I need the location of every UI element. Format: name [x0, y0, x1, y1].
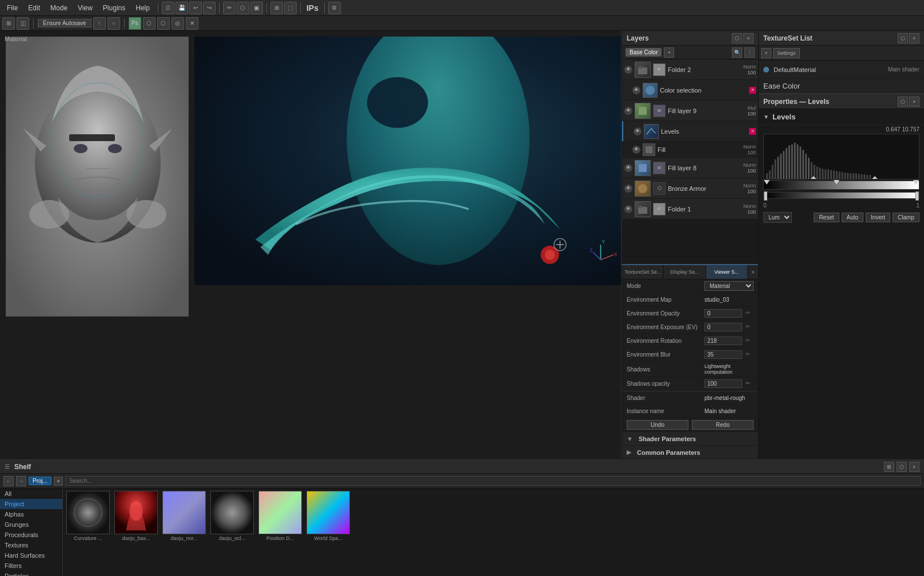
tab-textureset-settings[interactable]: TextureSet Se... [622, 265, 664, 279]
filter-base-color[interactable]: Base Color [626, 48, 662, 57]
shelf-item-worldspa[interactable]: World Spa... [305, 491, 351, 541]
shadows-opacity-edit-icon[interactable]: ✏ [746, 380, 754, 388]
close-proj-btn[interactable]: ✕ [186, 17, 198, 30]
layer-row-fill9[interactable]: 👁 M Fill layer 9 Mul 100 [622, 101, 758, 121]
levels-auto-btn[interactable]: Auto [842, 213, 864, 222]
snap-btn[interactable]: ◫ [17, 17, 29, 30]
viewer-env-rotation-input[interactable] [704, 337, 742, 345]
viewer-env-exposure-input[interactable] [704, 323, 742, 331]
settings-btn[interactable]: ⚙ [328, 2, 341, 14]
shelf-item-daoju-occ[interactable]: daoju_ocl... [209, 491, 255, 541]
viewer-mode-select[interactable]: Material [704, 281, 754, 291]
layer-row-levels[interactable]: 👁 Levels ✕ [622, 121, 758, 142]
eraser-btn[interactable]: ⬡ [237, 2, 249, 14]
sphere-btn[interactable]: ○ [107, 17, 120, 30]
shelf-cat-grunges[interactable]: Grunges [0, 519, 62, 530]
levels-mode-select[interactable]: Lum [763, 212, 792, 223]
shelf-tab-proj[interactable]: Proj... [29, 477, 51, 485]
viewer-shadows-opacity-input[interactable] [704, 379, 742, 388]
tab-display-settings[interactable]: Display Se... [664, 265, 706, 279]
levels-input-slider[interactable] [763, 181, 919, 190]
import-btn[interactable]: ⬡ [157, 17, 170, 30]
layers-expand-btn[interactable]: ⬡ [732, 33, 742, 43]
properties-close-btn[interactable]: × [909, 97, 919, 107]
levels-black-point[interactable] [764, 180, 770, 185]
grid-btn[interactable]: ⊞ [2, 17, 15, 30]
render-btn[interactable]: ◎ [172, 17, 184, 30]
levels-collapse-arrow[interactable]: ▼ [763, 114, 769, 120]
ts-row-default[interactable]: DefaultMaterial Main shader [759, 61, 924, 79]
fill-btn[interactable]: ▣ [250, 2, 263, 14]
ts-add-btn[interactable]: + [761, 48, 771, 58]
menu-mode[interactable]: Mode [46, 3, 72, 13]
layer-eye-levels[interactable]: 👁 [634, 127, 642, 135]
layer-eye-folder2[interactable]: 👁 [624, 66, 632, 74]
ts-settings-btn[interactable]: Settings [773, 48, 800, 58]
upload-btn[interactable]: ↑ [93, 17, 106, 30]
env-opacity-edit-icon[interactable]: ✏ [746, 310, 754, 318]
viewer-undo-btn[interactable]: Undo [627, 420, 688, 430]
output-black-handle[interactable] [764, 191, 767, 201]
brush-btn[interactable]: ✏ [223, 2, 236, 14]
shader-params-row[interactable]: ▼ Shader Parameters [622, 432, 758, 446]
viewer-redo-btn[interactable]: Redo [692, 420, 754, 430]
ts-expand-btn[interactable]: ⬡ [898, 33, 908, 43]
menu-edit[interactable]: Edit [23, 3, 45, 13]
shelf-cat-alphas[interactable]: Alphas [0, 509, 62, 519]
common-params-row[interactable]: ▶ Common Parameters [622, 446, 758, 459]
levels-invert-btn[interactable]: Invert [866, 213, 890, 222]
shelf-cat-particles[interactable]: Particles [0, 571, 62, 576]
layer-search-btn[interactable]: 🔍 [732, 47, 742, 58]
shelf-forward-btn[interactable]: → [16, 476, 26, 486]
shelf-item-position[interactable]: Position D... [257, 491, 303, 541]
shelf-item-daoju-nor[interactable]: daoju_nor... [161, 491, 207, 541]
redo-btn[interactable]: ↪ [203, 2, 216, 14]
layer-row-fill8[interactable]: 👁 M Fill layer 8 Norm 100 [622, 158, 758, 178]
levels-clamp-btn[interactable]: Clamp [893, 213, 919, 222]
levels-midpoint[interactable] [834, 180, 839, 185]
viewer-panel-close[interactable]: × [748, 265, 758, 279]
shelf-cat-project[interactable]: Project [0, 499, 62, 509]
layer-row-bronze[interactable]: 👁 ⬡ Bronze Armor Norm 100 [622, 178, 758, 199]
shelf-item-daoju-bas[interactable]: daoju_bas... [113, 491, 159, 541]
layer-eye-fill9[interactable]: 👁 [624, 107, 632, 115]
layer-row-folder1[interactable]: 👁 F Folder 1 Norm 100 [622, 199, 758, 219]
levels-output-slider[interactable] [763, 192, 919, 199]
3d-viewport[interactable]: Y X Z [194, 37, 621, 459]
output-white-handle[interactable] [915, 191, 919, 201]
env-rotation-edit-icon[interactable]: ✏ [746, 337, 754, 345]
ensure-autosave-btn[interactable]: Ensure Autosave [38, 19, 91, 27]
menu-help[interactable]: Help [131, 3, 154, 13]
env-exposure-edit-icon[interactable]: ✏ [746, 323, 754, 331]
ts-close-btn[interactable]: × [909, 33, 919, 43]
undo-btn[interactable]: ↩ [189, 2, 202, 14]
shelf-cat-all[interactable]: All [0, 489, 62, 499]
menu-view[interactable]: View [73, 3, 97, 13]
menu-plugins[interactable]: Plugins [98, 3, 130, 13]
viewer-env-opacity-input[interactable] [704, 309, 742, 318]
layer-row-fill-small[interactable]: 👁 Fill Norm 100 [622, 142, 758, 158]
layers-settings-btn[interactable]: × [743, 33, 754, 43]
layer-options-btn[interactable]: ⋮ [744, 47, 755, 58]
layer-eye-fill8[interactable]: 👁 [624, 164, 632, 172]
shelf-cat-filters[interactable]: Filters [0, 561, 62, 571]
shelf-close-btn[interactable]: × [909, 462, 919, 472]
add-channel-btn[interactable]: + [664, 47, 674, 58]
shelf-back-btn[interactable]: ← [3, 476, 14, 486]
layer-close-color-sel[interactable]: ✕ [749, 87, 756, 94]
shelf-item-curvature[interactable]: Curvature ... [65, 491, 111, 541]
shelf-icon[interactable]: ☰ [5, 463, 10, 470]
transform-btn[interactable]: ⊞ [270, 2, 283, 14]
ps-btn[interactable]: Ps [129, 17, 141, 30]
layer-close-levels[interactable]: ✕ [749, 128, 756, 135]
shelf-search-input[interactable] [65, 476, 921, 486]
layer-row-color-selection[interactable]: 👁 Color selection ✕ [622, 80, 758, 101]
save-btn[interactable]: 💾 [176, 2, 188, 14]
tab-viewer-settings[interactable]: Viewer S... [706, 265, 748, 279]
levels-reset-btn[interactable]: Reset [814, 213, 839, 222]
layer-row-folder2[interactable]: 👁 F Folder 2 Norm 100 [622, 59, 758, 80]
layer-eye-folder1[interactable]: 👁 [624, 205, 632, 213]
levels-white-point[interactable] [913, 180, 919, 185]
preview-panel[interactable] [6, 37, 189, 317]
menu-file[interactable]: File [2, 3, 22, 13]
